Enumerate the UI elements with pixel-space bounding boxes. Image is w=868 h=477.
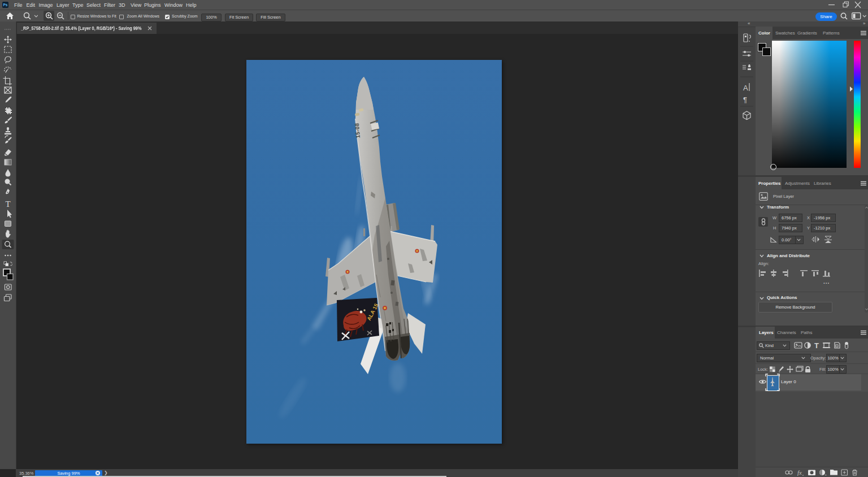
svg-text:15-08: 15-08 — [354, 123, 361, 138]
svg-text:Ps: Ps — [3, 3, 8, 7]
svg-text:T: T — [814, 341, 819, 349]
svg-text:A: A — [743, 84, 748, 92]
svg-text:¶: ¶ — [743, 96, 747, 104]
svg-text:fx: fx — [797, 469, 802, 476]
svg-text:T: T — [5, 200, 10, 209]
